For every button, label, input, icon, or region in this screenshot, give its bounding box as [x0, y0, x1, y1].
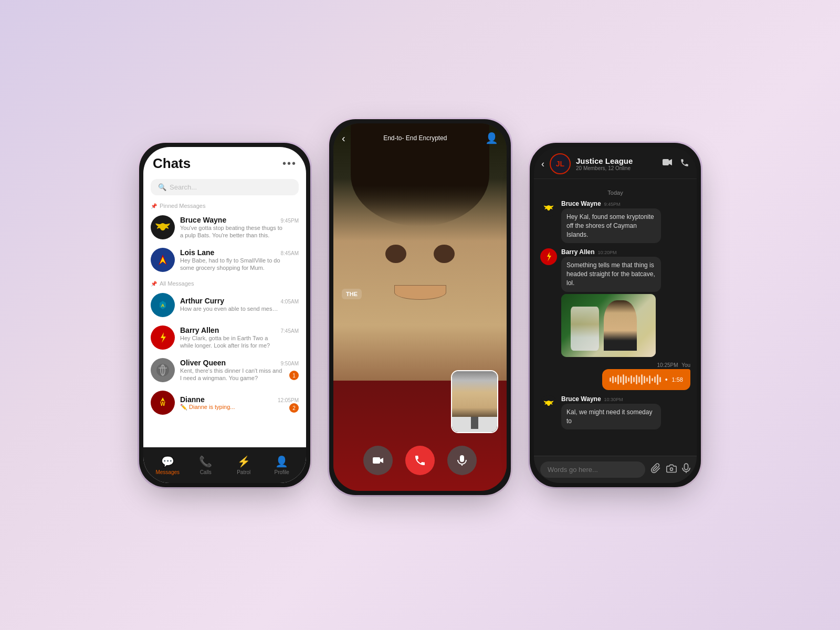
menu-dots[interactable]: ••• [282, 158, 297, 170]
svg-rect-11 [373, 457, 380, 464]
mic-toggle-button[interactable] [447, 446, 477, 475]
voice-call-icon[interactable] [680, 158, 689, 170]
chat-name: Dianne [180, 395, 205, 404]
chat-item-barry-allen[interactable]: Barry Allen 7:45AM Hey Clark, gotta be i… [143, 321, 306, 354]
chat-preview: Kent, there's this dinner I can't miss a… [180, 367, 282, 382]
all-messages-label: All Messages [143, 278, 306, 289]
gc-group-subtitle: 20 Members, 12 Online [576, 165, 657, 171]
calls-icon: 📞 [199, 455, 212, 468]
voice-message[interactable]: • 1:58 [602, 369, 690, 390]
profile-icon: 👤 [275, 455, 288, 468]
search-input[interactable]: Search... [170, 183, 197, 191]
nav-patrol-label: Patrol [237, 469, 250, 475]
msg-time: 10:20PM [598, 250, 617, 255]
waveform [610, 374, 661, 385]
attachment-icon[interactable] [650, 463, 661, 476]
mic-icon[interactable] [682, 463, 690, 476]
chats-title: Chats [153, 155, 191, 172]
chat-preview: Hey Clark, gotta be in Earth Two a while… [180, 334, 282, 350]
msg-content-bruce2: Bruce Wayne 10:30PM Kal, we might need i… [561, 395, 661, 430]
gc-back-button[interactable]: ‹ [541, 159, 544, 170]
svg-marker-16 [669, 159, 672, 165]
chat-item-oliver-queen[interactable]: Oliver Queen 9:50AM Kent, there's this d… [143, 354, 306, 386]
chat-info-dianne: Dianne 12:05PM ✏️ Dianne is typing... [180, 395, 299, 411]
chats-header: Chats ••• [143, 147, 306, 176]
gc-group-name: Justice League [576, 156, 657, 165]
phone-2-video: ‹ End-to- End Encrypted 👤 THE [328, 118, 512, 497]
chat-preview: Hey Babe, had to fly to SmalIVille to do… [180, 257, 282, 272]
phone-1-chats: Chats ••• 🔍 Search... Pinned Messages [138, 141, 312, 489]
unread-badge-dianne: 2 [289, 403, 299, 413]
nav-calls[interactable]: 📞 Calls [187, 455, 225, 475]
svg-rect-15 [663, 159, 669, 165]
typing-indicator: ✏️ Dianne is typing... [180, 404, 299, 411]
nav-messages[interactable]: 💬 Messages [149, 455, 187, 475]
nav-messages-label: Messages [155, 469, 180, 475]
the-badge: THE [342, 289, 362, 299]
video-main-person [333, 123, 507, 491]
avatar-lois-lane [151, 248, 175, 272]
msg-sender: Bruce Wayne [561, 395, 601, 403]
avatar-bruce-wayne [151, 215, 175, 239]
msg-sender: Barry Allen [561, 248, 595, 256]
svg-text:W: W [160, 401, 165, 407]
avatar-barry-allen [151, 326, 175, 350]
pinned-section-label: Pinned Messages [143, 201, 306, 211]
camera-icon[interactable] [666, 464, 677, 476]
jl-logo: JL [550, 153, 571, 174]
chat-item-dianne[interactable]: W Dianne 12:05PM ✏️ Dianne is typing... … [143, 386, 306, 419]
msg-bubble-barry: Something tells me that thing is headed … [561, 257, 661, 291]
video-background: ‹ End-to- End Encrypted 👤 THE [333, 123, 507, 491]
chat-item-lois-lane[interactable]: Lois Lane 8:45AM Hey Babe, had to fly to… [143, 244, 306, 276]
end-call-button[interactable] [405, 446, 435, 475]
nav-calls-label: Calls [200, 469, 212, 475]
chat-time: 12:05PM [278, 397, 299, 403]
svg-rect-18 [684, 464, 688, 470]
voice-dot: • [665, 375, 668, 384]
chat-item-arthur-curry[interactable]: A Arthur Curry 4:05AM How are you even a… [143, 289, 306, 321]
pip-window[interactable] [451, 370, 498, 433]
msg-time: 10:30PM [604, 397, 623, 402]
svg-rect-13 [460, 455, 464, 462]
camera-toggle-button[interactable] [363, 446, 393, 475]
video-call-icon[interactable] [662, 158, 673, 170]
chat-preview: You've gotta stop beating these thugs to… [180, 224, 282, 239]
svg-point-17 [670, 468, 673, 470]
chat-time: 9:50AM [281, 361, 299, 366]
chat-time: 7:45AM [281, 328, 299, 334]
message-input[interactable] [540, 461, 645, 478]
video-controls [333, 446, 507, 475]
video-top-bar: ‹ End-to- End Encrypted 👤 [333, 123, 507, 153]
msg-avatar-bruce [540, 200, 557, 217]
chat-info-oliver-queen: Oliver Queen 9:50AM Kent, there's this d… [180, 359, 299, 382]
svg-text:A: A [161, 303, 165, 308]
chat-name: Arthur Curry [180, 297, 224, 305]
search-icon: 🔍 [158, 183, 166, 191]
person-icon[interactable]: 👤 [485, 132, 498, 144]
message-row-barry: Barry Allen 10:20PM Something tells me t… [540, 248, 690, 356]
message-row-bruce2: Bruce Wayne 10:30PM Kal, we might need i… [540, 395, 690, 430]
chat-item-bruce-wayne[interactable]: Bruce Wayne 9:45PM You've gotta stop bea… [143, 211, 306, 244]
msg-avatar-barry [540, 248, 557, 265]
encrypted-label: End-to- End Encrypted [383, 134, 447, 142]
gc-input-bar [534, 456, 697, 483]
msg-bubble-bruce2: Kal, we might need it someday to [561, 404, 661, 430]
phone-3-group-chat: ‹ JL Justice League 20 Members, 12 Onlin… [528, 141, 702, 489]
you-label: 10:25PM You [602, 362, 690, 368]
back-button[interactable]: ‹ [342, 132, 345, 144]
gc-title-block: Justice League 20 Members, 12 Online [576, 156, 657, 171]
messages-icon: 💬 [161, 455, 174, 468]
chat-name: Barry Allen [180, 326, 219, 334]
chat-time: 4:05AM [281, 299, 299, 304]
chat-info-lois-lane: Lois Lane 8:45AM Hey Babe, had to fly to… [180, 248, 299, 272]
msg-content-bruce1: Bruce Wayne 9:45PM Hey Kal, found some k… [561, 200, 661, 243]
unread-badge: 1 [289, 371, 299, 380]
chat-time: 8:45AM [281, 250, 299, 256]
nav-patrol[interactable]: ⚡ Patrol [225, 455, 263, 475]
date-divider: Today [540, 190, 690, 196]
search-bar[interactable]: 🔍 Search... [151, 179, 299, 195]
nav-profile[interactable]: 👤 Profile [263, 455, 301, 475]
avatar-arthur-curry: A [151, 293, 175, 317]
gc-actions [662, 158, 689, 170]
group-chat-header: ‹ JL Justice League 20 Members, 12 Onlin… [534, 147, 697, 179]
